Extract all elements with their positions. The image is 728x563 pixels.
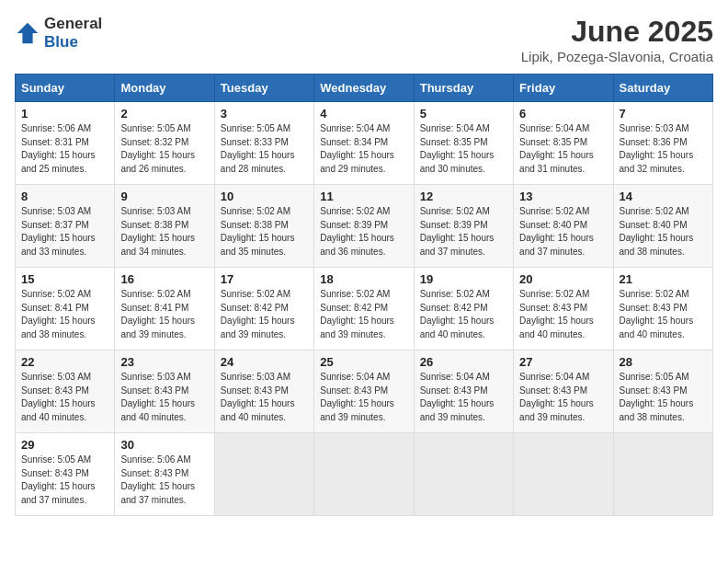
col-header-monday: Monday bbox=[115, 75, 214, 102]
day-info: Sunrise: 5:02 AMSunset: 8:38 PMDaylight:… bbox=[221, 205, 308, 259]
day-number: 3 bbox=[221, 107, 308, 121]
day-info: Sunrise: 5:04 AMSunset: 8:43 PMDaylight:… bbox=[519, 371, 607, 424]
day-number: 14 bbox=[620, 190, 707, 203]
logo-icon bbox=[15, 20, 40, 46]
day-number: 26 bbox=[420, 355, 507, 369]
calendar-cell: 4Sunrise: 5:04 AMSunset: 8:34 PMDaylight… bbox=[314, 102, 414, 185]
day-info: Sunrise: 5:02 AMSunset: 8:41 PMDaylight:… bbox=[21, 288, 108, 341]
day-info: Sunrise: 5:02 AMSunset: 8:42 PMDaylight:… bbox=[221, 288, 308, 341]
day-number: 17 bbox=[221, 272, 308, 286]
calendar-cell: 11Sunrise: 5:02 AMSunset: 8:39 PMDayligh… bbox=[314, 185, 414, 268]
subtitle: Lipik, Pozega-Slavonia, Croatia bbox=[521, 49, 713, 64]
day-info: Sunrise: 5:05 AMSunset: 8:33 PMDaylight:… bbox=[221, 122, 308, 176]
calendar-cell: 10Sunrise: 5:02 AMSunset: 8:38 PMDayligh… bbox=[214, 185, 313, 268]
day-info: Sunrise: 5:04 AMSunset: 8:35 PMDaylight:… bbox=[420, 122, 507, 176]
col-header-sunday: Sunday bbox=[16, 75, 115, 102]
day-number: 5 bbox=[420, 107, 507, 121]
day-number: 16 bbox=[120, 272, 208, 286]
day-info: Sunrise: 5:02 AMSunset: 8:42 PMDaylight:… bbox=[420, 288, 507, 341]
day-number: 1 bbox=[21, 107, 108, 121]
day-info: Sunrise: 5:03 AMSunset: 8:38 PMDaylight:… bbox=[120, 205, 208, 259]
day-number: 29 bbox=[21, 438, 108, 452]
calendar-cell: 2Sunrise: 5:05 AMSunset: 8:32 PMDaylight… bbox=[115, 102, 214, 185]
day-number: 9 bbox=[120, 190, 208, 203]
day-number: 25 bbox=[320, 355, 407, 369]
day-number: 4 bbox=[320, 107, 407, 121]
col-header-thursday: Thursday bbox=[414, 75, 513, 102]
day-number: 8 bbox=[21, 190, 108, 203]
week-row-2: 15Sunrise: 5:02 AMSunset: 8:41 PMDayligh… bbox=[16, 268, 713, 350]
day-info: Sunrise: 5:04 AMSunset: 8:43 PMDaylight:… bbox=[420, 371, 507, 424]
day-number: 20 bbox=[519, 272, 607, 286]
calendar-cell: 9Sunrise: 5:03 AMSunset: 8:38 PMDaylight… bbox=[115, 185, 214, 268]
calendar-cell: 13Sunrise: 5:02 AMSunset: 8:40 PMDayligh… bbox=[514, 185, 613, 268]
calendar-cell: 17Sunrise: 5:02 AMSunset: 8:42 PMDayligh… bbox=[214, 268, 313, 350]
header: General Blue June 2025 Lipik, Pozega-Sla… bbox=[15, 15, 713, 64]
col-header-friday: Friday bbox=[514, 75, 613, 102]
calendar-cell: 5Sunrise: 5:04 AMSunset: 8:35 PMDaylight… bbox=[414, 102, 513, 185]
calendar-cell: 20Sunrise: 5:02 AMSunset: 8:43 PMDayligh… bbox=[514, 268, 613, 350]
day-number: 2 bbox=[120, 107, 208, 121]
calendar-cell: 6Sunrise: 5:04 AMSunset: 8:35 PMDaylight… bbox=[514, 102, 613, 185]
day-number: 15 bbox=[21, 272, 108, 286]
day-info: Sunrise: 5:02 AMSunset: 8:43 PMDaylight:… bbox=[620, 288, 707, 341]
week-row-1: 8Sunrise: 5:03 AMSunset: 8:37 PMDaylight… bbox=[16, 185, 713, 268]
day-info: Sunrise: 5:02 AMSunset: 8:40 PMDaylight:… bbox=[620, 205, 707, 259]
calendar-cell: 30Sunrise: 5:06 AMSunset: 8:43 PMDayligh… bbox=[115, 433, 214, 516]
day-number: 22 bbox=[21, 355, 108, 369]
calendar-cell: 22Sunrise: 5:03 AMSunset: 8:43 PMDayligh… bbox=[16, 350, 115, 433]
calendar-cell bbox=[613, 433, 712, 516]
day-number: 28 bbox=[620, 355, 707, 369]
day-number: 30 bbox=[120, 438, 208, 452]
calendar-cell: 3Sunrise: 5:05 AMSunset: 8:33 PMDaylight… bbox=[214, 102, 313, 185]
day-number: 18 bbox=[320, 272, 407, 286]
week-row-0: 1Sunrise: 5:06 AMSunset: 8:31 PMDaylight… bbox=[16, 102, 713, 185]
day-number: 27 bbox=[519, 355, 607, 369]
day-info: Sunrise: 5:04 AMSunset: 8:35 PMDaylight:… bbox=[519, 122, 607, 176]
calendar-cell: 29Sunrise: 5:05 AMSunset: 8:43 PMDayligh… bbox=[16, 433, 115, 516]
day-number: 10 bbox=[221, 190, 308, 203]
calendar-cell bbox=[214, 433, 313, 516]
day-info: Sunrise: 5:05 AMSunset: 8:43 PMDaylight:… bbox=[21, 454, 108, 507]
calendar-cell: 28Sunrise: 5:05 AMSunset: 8:43 PMDayligh… bbox=[613, 350, 712, 433]
day-number: 6 bbox=[519, 107, 607, 121]
col-header-tuesday: Tuesday bbox=[214, 75, 313, 102]
calendar-cell: 7Sunrise: 5:03 AMSunset: 8:36 PMDaylight… bbox=[613, 102, 712, 185]
day-info: Sunrise: 5:02 AMSunset: 8:39 PMDaylight:… bbox=[420, 205, 507, 259]
day-info: Sunrise: 5:03 AMSunset: 8:37 PMDaylight:… bbox=[21, 205, 108, 259]
day-info: Sunrise: 5:04 AMSunset: 8:43 PMDaylight:… bbox=[320, 371, 407, 424]
day-number: 23 bbox=[120, 355, 208, 369]
day-info: Sunrise: 5:03 AMSunset: 8:43 PMDaylight:… bbox=[21, 371, 108, 424]
day-info: Sunrise: 5:02 AMSunset: 8:39 PMDaylight:… bbox=[320, 205, 407, 259]
day-number: 7 bbox=[620, 107, 707, 121]
calendar: SundayMondayTuesdayWednesdayThursdayFrid… bbox=[15, 74, 713, 516]
svg-marker-0 bbox=[17, 23, 38, 43]
calendar-cell bbox=[414, 433, 513, 516]
day-info: Sunrise: 5:06 AMSunset: 8:31 PMDaylight:… bbox=[21, 122, 108, 176]
calendar-cell: 19Sunrise: 5:02 AMSunset: 8:42 PMDayligh… bbox=[414, 268, 513, 350]
day-info: Sunrise: 5:04 AMSunset: 8:34 PMDaylight:… bbox=[320, 122, 407, 176]
logo: General Blue bbox=[15, 15, 102, 52]
week-row-4: 29Sunrise: 5:05 AMSunset: 8:43 PMDayligh… bbox=[16, 433, 713, 516]
day-info: Sunrise: 5:06 AMSunset: 8:43 PMDaylight:… bbox=[120, 454, 208, 507]
title-area: June 2025 Lipik, Pozega-Slavonia, Croati… bbox=[521, 15, 713, 64]
day-info: Sunrise: 5:02 AMSunset: 8:42 PMDaylight:… bbox=[320, 288, 407, 341]
day-number: 21 bbox=[620, 272, 707, 286]
day-info: Sunrise: 5:02 AMSunset: 8:40 PMDaylight:… bbox=[519, 205, 607, 259]
calendar-cell: 14Sunrise: 5:02 AMSunset: 8:40 PMDayligh… bbox=[613, 185, 712, 268]
calendar-cell: 12Sunrise: 5:02 AMSunset: 8:39 PMDayligh… bbox=[414, 185, 513, 268]
day-number: 19 bbox=[420, 272, 507, 286]
calendar-cell: 15Sunrise: 5:02 AMSunset: 8:41 PMDayligh… bbox=[16, 268, 115, 350]
main-title: June 2025 bbox=[521, 15, 713, 49]
day-number: 12 bbox=[420, 190, 507, 203]
day-info: Sunrise: 5:02 AMSunset: 8:43 PMDaylight:… bbox=[519, 288, 607, 341]
calendar-cell: 21Sunrise: 5:02 AMSunset: 8:43 PMDayligh… bbox=[613, 268, 712, 350]
calendar-cell: 18Sunrise: 5:02 AMSunset: 8:42 PMDayligh… bbox=[314, 268, 414, 350]
day-number: 11 bbox=[320, 190, 407, 203]
col-header-saturday: Saturday bbox=[613, 75, 712, 102]
logo-general: General bbox=[44, 15, 102, 32]
day-number: 13 bbox=[519, 190, 607, 203]
calendar-cell: 27Sunrise: 5:04 AMSunset: 8:43 PMDayligh… bbox=[514, 350, 613, 433]
day-info: Sunrise: 5:02 AMSunset: 8:41 PMDaylight:… bbox=[120, 288, 208, 341]
week-row-3: 22Sunrise: 5:03 AMSunset: 8:43 PMDayligh… bbox=[16, 350, 713, 433]
